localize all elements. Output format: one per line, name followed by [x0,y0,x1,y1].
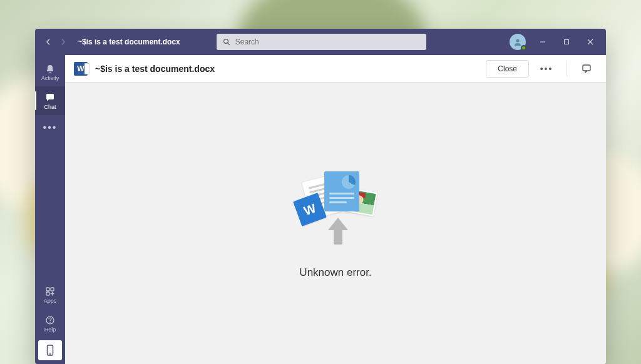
titlebar: ~$is is a test document.docx [35,29,606,55]
svg-line-1 [227,43,229,45]
divider [567,61,567,76]
rail-activity-label: Activity [41,76,59,81]
word-file-icon: W [74,62,88,76]
titlebar-doc-name: ~$is is a test document.docx [78,38,180,46]
mobile-icon [46,345,54,356]
more-options-button[interactable]: ••• [536,60,556,78]
document-viewer: W Unknown error. [65,83,606,364]
svg-point-2 [516,39,519,42]
rail-apps[interactable]: Apps [35,280,65,309]
svg-rect-9 [46,292,49,295]
document-title: ~$is is a test document.docx [95,64,215,74]
report-page-icon [324,171,359,211]
minimize-button[interactable] [531,29,555,55]
rail-chat-label: Chat [44,104,56,110]
svg-rect-4 [565,40,569,44]
svg-rect-8 [51,288,54,291]
bell-icon [44,63,56,74]
content-area: W ~$is is a test document.docx Close ••• [65,55,606,364]
maximize-button[interactable] [555,29,578,55]
close-button-label: Close [498,64,517,73]
app-rail: Activity Chat ••• Apps [35,55,65,364]
rail-overflow[interactable]: ••• [35,115,65,140]
svg-point-11 [49,322,50,323]
search-box[interactable] [217,34,426,50]
rail-help[interactable]: Help [35,309,65,338]
search-icon [223,38,230,46]
open-conversation-button[interactable] [577,60,597,78]
back-button[interactable] [41,34,55,50]
error-message: Unknown error. [299,266,371,279]
teams-window: ~$is is a test document.docx [35,29,606,364]
close-window-button[interactable] [578,29,602,55]
svg-rect-14 [583,65,590,71]
upload-arrow-icon [328,218,348,245]
document-header: W ~$is is a test document.docx Close ••• [65,55,606,83]
rail-help-label: Help [44,327,56,333]
presence-available-icon [521,45,526,51]
rail-activity[interactable]: Activity [35,58,65,86]
rail-chat[interactable]: Chat [35,86,65,115]
rail-mobile-button[interactable] [38,340,62,360]
close-document-button[interactable]: Close [486,60,529,78]
error-illustration: W [285,168,386,255]
help-icon [44,315,56,326]
forward-button[interactable] [56,34,70,50]
search-input[interactable] [235,38,420,46]
history-nav [41,34,70,50]
chat-icon [44,92,56,103]
svg-rect-7 [46,288,49,291]
rail-apps-label: Apps [44,298,57,304]
conversation-icon [582,63,593,74]
profile-avatar[interactable] [510,34,526,50]
window-controls [531,29,602,55]
apps-icon [44,286,56,297]
